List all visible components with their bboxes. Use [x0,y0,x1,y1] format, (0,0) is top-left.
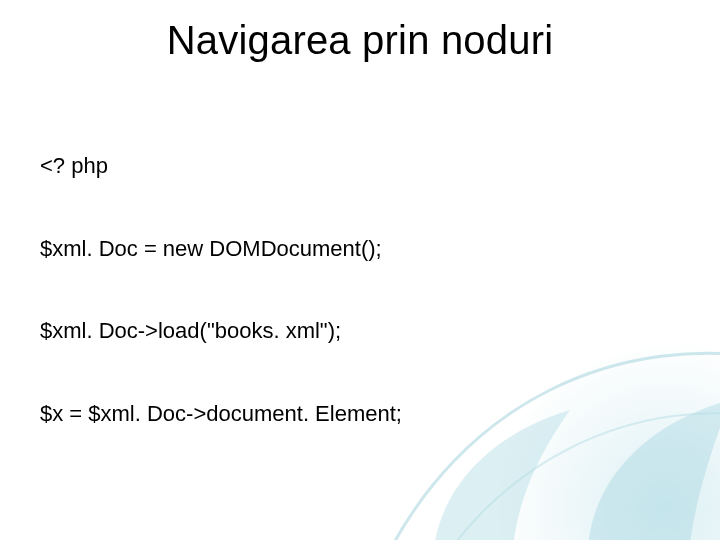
code-line: $xml. Doc = new DOMDocument(); [40,235,680,263]
code-block-1: <? php $xml. Doc = new DOMDocument(); $x… [40,97,680,482]
code-block-2: foreach ($x->child. Nodes AS $item) { if… [40,512,680,540]
slide: Navigarea prin noduri <? php $xml. Doc =… [0,0,720,540]
code-line: $xml. Doc->load("books. xml"); [40,317,680,345]
slide-title: Navigarea prin noduri [40,18,680,63]
code-line: $x = $xml. Doc->document. Element; [40,400,680,428]
code-line: <? php [40,152,680,180]
